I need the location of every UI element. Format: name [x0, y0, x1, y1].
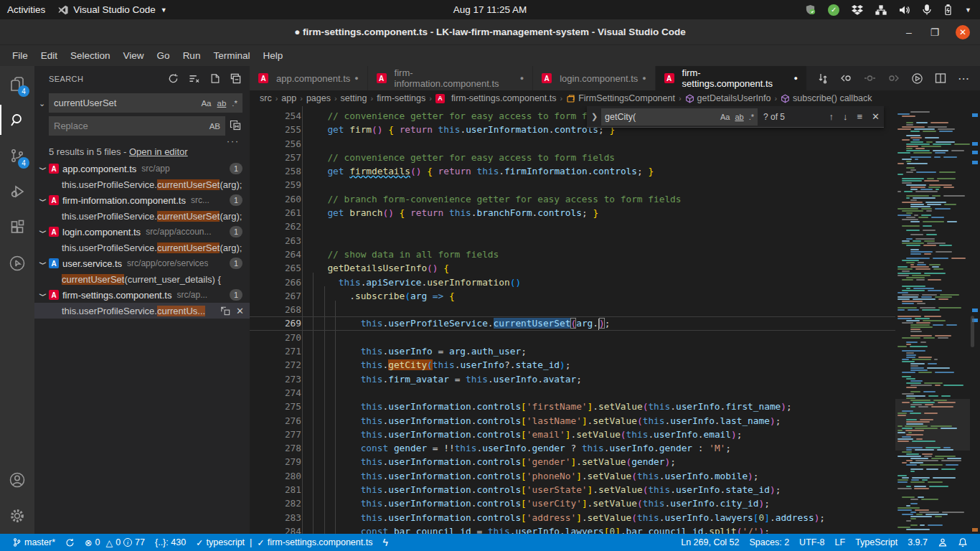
code-line[interactable]: 271 this.userInfo = arg.auth_user; — [250, 344, 895, 358]
menu-file[interactable]: File — [6, 48, 34, 63]
file-row[interactable]: ❭ A user.service.tssrc/app/core/services… — [34, 255, 250, 271]
gutter-indicator-icon[interactable] — [864, 72, 876, 84]
bracket-counter[interactable]: {..}: 430 — [150, 534, 191, 551]
find-input[interactable] — [601, 112, 720, 122]
code-line[interactable]: 272 this.getCity(this.userInfo?.state_id… — [250, 358, 895, 372]
match-row[interactable]: this.userProfileService.currentUserSet(a… — [34, 208, 250, 224]
close-button[interactable]: ✕ — [956, 25, 970, 39]
branch-indicator[interactable]: master* — [7, 534, 60, 551]
tab-app-component[interactable]: A app.component.ts● — [250, 66, 368, 90]
battery-icon[interactable] — [943, 4, 953, 16]
breadcrumb-item[interactable]: firm-settings — [377, 93, 425, 103]
dismiss-match-icon[interactable]: ✕ — [236, 306, 244, 316]
extensions-activity[interactable] — [0, 209, 34, 245]
breadcrumb-item[interactable]: firm-settings.component.ts — [451, 93, 557, 103]
match-row-selected[interactable]: this.userProfileService.currentUs... ✕ — [34, 303, 250, 319]
breadcrumb-item[interactable]: pages — [306, 93, 331, 103]
modified-dot-icon[interactable]: ● — [794, 75, 798, 82]
eol-sequence[interactable]: LF — [830, 534, 851, 551]
menu-run[interactable]: Run — [176, 48, 207, 63]
menu-terminal[interactable]: Terminal — [207, 48, 256, 63]
sync-button[interactable] — [60, 534, 80, 551]
notifications-button[interactable] — [953, 534, 973, 551]
code-line[interactable]: 260 // branch form-convenience getter fo… — [250, 192, 895, 206]
code-line[interactable]: 268 — [250, 303, 895, 316]
code-line[interactable]: 277 this.userInformation.controls['email… — [250, 428, 895, 441]
match-row[interactable]: this.userProfileService.currentUserSet(a… — [34, 176, 250, 192]
breadcrumb-item[interactable]: FirmSettingsComponent — [578, 93, 675, 103]
code-line[interactable]: 261 get branch() { return this.branchFor… — [250, 206, 895, 220]
next-match-icon[interactable]: ↓ — [843, 111, 848, 122]
lint-status[interactable]: ✓typescript | ✓firm-settings.component.t… — [191, 534, 377, 551]
find-expand-chevron-icon[interactable]: ❯ — [591, 112, 601, 121]
restore-button[interactable]: ❐ — [930, 27, 940, 38]
regex-icon[interactable]: .* — [232, 99, 237, 108]
open-search-editor-icon[interactable] — [210, 73, 220, 84]
minimap[interactable] — [895, 106, 970, 534]
code-line[interactable]: 265 getDetailsUserInfo() { — [250, 261, 895, 275]
code-line[interactable]: 266 this.apiService.userInformation() — [250, 276, 895, 289]
find-in-selection-icon[interactable]: ≡ — [857, 111, 863, 122]
code-line[interactable]: 282 this.userInformation.controls['userC… — [250, 496, 895, 510]
menu-view[interactable]: View — [117, 48, 151, 63]
network-icon[interactable] — [875, 5, 887, 15]
modified-dot-icon[interactable]: ● — [642, 75, 646, 82]
breadcrumb-item[interactable]: app — [281, 93, 296, 103]
modified-dot-icon[interactable]: ● — [354, 75, 358, 82]
activities-button[interactable]: Activities — [7, 4, 45, 15]
volume-icon[interactable] — [899, 5, 910, 15]
feedback-button[interactable] — [933, 534, 953, 551]
match-row[interactable]: this.userProfileService.currentUserSet(a… — [34, 240, 250, 255]
file-row[interactable]: ❭ A firm-information.component.tssrc... … — [34, 192, 250, 208]
code-line[interactable]: 262 — [250, 220, 895, 233]
angular-language-service[interactable]: ϟ — [377, 534, 392, 551]
toggle-replace-chevron-icon[interactable]: ⌄ — [39, 99, 45, 108]
tab-login-component[interactable]: A login.component.ts● — [533, 66, 656, 90]
close-find-icon[interactable]: ✕ — [872, 111, 880, 122]
language-mode[interactable]: TypeScript — [850, 534, 903, 551]
indentation[interactable]: Spaces: 2 — [745, 534, 795, 551]
code-line[interactable]: 264 // show data in all form fields — [250, 248, 895, 261]
tray-chevron-icon[interactable]: ▼ — [965, 6, 971, 14]
menu-help[interactable]: Help — [256, 48, 289, 63]
code-line[interactable]: 259 — [250, 178, 895, 192]
code-line[interactable]: 267 .subscribe(arg => { — [250, 289, 895, 303]
next-change-icon[interactable] — [887, 72, 900, 84]
code-line[interactable]: 283 this.userInformation.controls['addre… — [250, 511, 895, 524]
menu-go[interactable]: Go — [151, 48, 176, 63]
minimize-button[interactable]: – — [904, 27, 914, 38]
accounts-activity[interactable] — [0, 462, 34, 498]
code-line[interactable]: 263 — [250, 234, 895, 248]
app-menu[interactable]: Visual Studio Code ▼ — [58, 4, 167, 15]
more-actions-icon[interactable]: ⋯ — [958, 72, 970, 85]
typescript-version[interactable]: 3.9.7 — [903, 534, 933, 551]
replace-input[interactable] — [50, 121, 209, 131]
extension-circle-activity[interactable] — [0, 245, 34, 281]
cursor-position[interactable]: Ln 269, Col 52 — [676, 534, 744, 551]
match-case-icon[interactable]: Aa — [201, 99, 211, 108]
breadcrumb-item[interactable]: setting — [341, 93, 367, 103]
code-line[interactable]: 257 // convenience getter for easy acces… — [250, 151, 895, 164]
split-editor-icon[interactable] — [935, 72, 946, 84]
breadcrumb-item[interactable]: getDetailsUserInfo — [697, 93, 771, 103]
code-line[interactable]: 274 — [250, 386, 895, 400]
settings-activity[interactable] — [0, 498, 34, 534]
collapse-all-icon[interactable] — [230, 73, 241, 84]
open-changes-icon[interactable] — [817, 72, 829, 84]
menu-edit[interactable]: Edit — [34, 48, 64, 63]
breadcrumb-item[interactable]: src — [260, 93, 272, 103]
regex-icon[interactable]: .* — [749, 113, 754, 121]
match-row[interactable]: currentUserSet(current_user_details) { — [34, 271, 250, 287]
file-row[interactable]: ❭ A login.component.tssrc/app/accoun... … — [34, 224, 250, 240]
open-in-editor-link[interactable]: Open in editor — [129, 146, 188, 157]
file-row[interactable]: ❭ A firm-settings.component.tssrc/ap... … — [34, 287, 250, 303]
search-input[interactable] — [50, 98, 201, 108]
preserve-case-icon[interactable]: AB — [209, 122, 220, 131]
toggle-search-details[interactable]: ··· — [227, 136, 240, 146]
code-line[interactable]: 276 this.userInformation.controls['lastN… — [250, 414, 895, 428]
menu-selection[interactable]: Selection — [64, 48, 117, 63]
code-editor[interactable]: 254 // convenience getter for easy acces… — [250, 106, 980, 534]
tab-firm-information-component[interactable]: A firm-information.component.ts● — [368, 66, 533, 90]
update-check-icon[interactable]: ✓ — [828, 4, 839, 16]
microphone-icon[interactable] — [923, 4, 931, 15]
